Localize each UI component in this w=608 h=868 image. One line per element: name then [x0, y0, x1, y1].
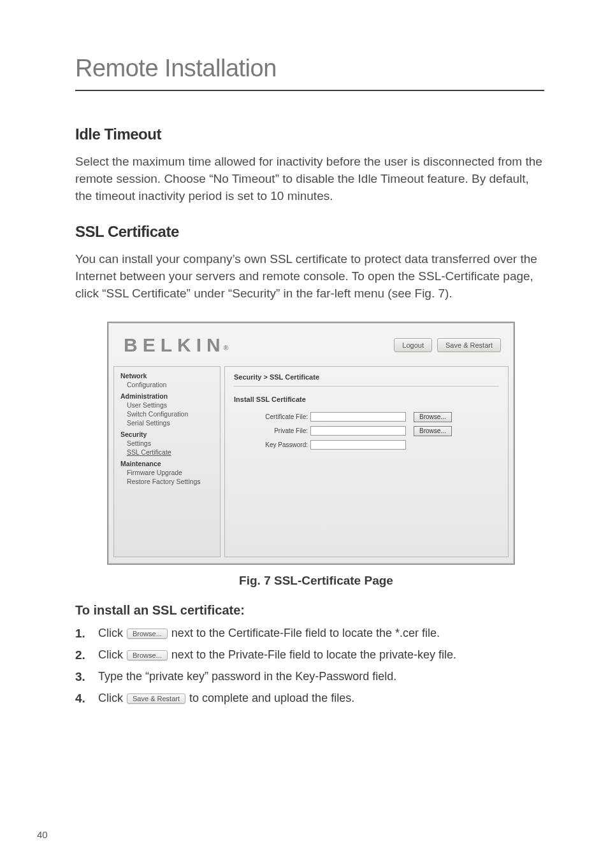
main-panel: Security > SSL Certificate Install SSL C… — [224, 366, 509, 557]
browse-private-button[interactable]: Browse... — [414, 426, 452, 436]
chapter-title: Remote Installation — [75, 55, 544, 82]
figure-caption: Fig. 7 SSL-Certificate Page — [107, 574, 525, 588]
step-3-text: Type the “private key” password in the K… — [98, 670, 396, 683]
section-idle-timeout-body: Select the maximum time allowed for inac… — [75, 153, 544, 205]
step-4-text: Click Save & Restart to complete and upl… — [98, 692, 354, 705]
step-4: 4. Click Save & Restart to complete and … — [75, 692, 544, 706]
sidebar-item-user-settings[interactable]: User Settings — [127, 401, 214, 409]
save-restart-button[interactable]: Save & Restart — [437, 338, 501, 352]
row-key-password: Key Password: — [234, 440, 499, 450]
browse-certificate-button[interactable]: Browse... — [414, 412, 452, 422]
screenshot-frame: BELKIN® Logout Save & Restart Network Co… — [107, 322, 515, 565]
breadcrumb: Security > SSL Certificate — [234, 373, 499, 381]
label-certificate-file: Certificate File: — [234, 413, 310, 420]
sidebar-item-ssl-certificate[interactable]: SSL Certificate — [127, 448, 214, 456]
step-3-pre: Type the “private key” password in the K… — [98, 670, 396, 683]
screenshot-body: Network Configuration Administration Use… — [108, 366, 514, 564]
section-ssl-cert-heading: SSL Certificate — [75, 223, 544, 241]
section-idle-timeout-heading: Idle Timeout — [75, 125, 544, 143]
step-2-post: next to the Private-File field to locate… — [171, 648, 456, 662]
sidebar-item-configuration[interactable]: Configuration — [127, 381, 214, 388]
step-1-number: 1. — [75, 627, 98, 641]
step-4-post: to complete and upload the files. — [189, 692, 354, 705]
sidebar-item-serial-settings[interactable]: Serial Settings — [127, 419, 214, 427]
page-number: 40 — [37, 829, 48, 840]
screenshot-header: BELKIN® Logout Save & Restart — [108, 323, 514, 366]
step-1-pre: Click — [98, 627, 123, 640]
input-certificate-file[interactable] — [310, 412, 406, 422]
step-4-pre: Click — [98, 692, 123, 705]
sidebar-item-firmware-upgrade[interactable]: Firmware Upgrade — [127, 469, 214, 476]
sidebar-item-switch-configuration[interactable]: Switch Configuration — [127, 410, 214, 418]
logo-registered-icon: ® — [224, 345, 228, 352]
step-2-text: Click Browse... next to the Private-File… — [98, 648, 456, 662]
browse-button-inline: Browse... — [127, 629, 168, 639]
sidebar: Network Configuration Administration Use… — [113, 366, 221, 557]
figure-7: BELKIN® Logout Save & Restart Network Co… — [107, 322, 525, 588]
step-3: 3. Type the “private key” password in th… — [75, 670, 544, 684]
sidebar-group-maintenance[interactable]: Maintenance — [120, 460, 214, 467]
sidebar-group-network[interactable]: Network — [120, 372, 214, 380]
step-1-post: next to the Certificate-File field to lo… — [171, 627, 440, 640]
input-key-password[interactable] — [310, 440, 406, 450]
label-private-file: Private File: — [234, 427, 310, 434]
sidebar-item-settings[interactable]: Settings — [127, 439, 214, 447]
sidebar-group-security[interactable]: Security — [120, 430, 214, 438]
install-steps: 1. Click Browse... next to the Certifica… — [75, 627, 544, 706]
step-4-number: 4. — [75, 692, 98, 706]
step-1: 1. Click Browse... next to the Certifica… — [75, 627, 544, 641]
sidebar-item-restore-factory[interactable]: Restore Factory Settings — [127, 478, 214, 485]
step-2: 2. Click Browse... next to the Private-F… — [75, 648, 544, 662]
logout-button[interactable]: Logout — [394, 338, 432, 352]
header-buttons: Logout Save & Restart — [394, 338, 501, 352]
save-restart-button-inline: Save & Restart — [127, 694, 185, 704]
step-3-number: 3. — [75, 670, 98, 684]
step-2-number: 2. — [75, 648, 98, 662]
step-1-text: Click Browse... next to the Certificate-… — [98, 627, 440, 640]
browse-button-inline: Browse... — [127, 650, 168, 660]
chapter-rule — [75, 90, 544, 91]
label-key-password: Key Password: — [234, 441, 310, 448]
belkin-logo: BELKIN® — [124, 334, 228, 356]
input-private-file[interactable] — [310, 426, 406, 436]
form-title: Install SSL Certificate — [234, 395, 499, 403]
sidebar-group-administration[interactable]: Administration — [120, 392, 214, 400]
row-private-file: Private File: Browse... — [234, 426, 499, 436]
breadcrumb-rule — [234, 386, 499, 387]
step-2-pre: Click — [98, 648, 123, 662]
install-heading: To install an SSL certificate: — [75, 603, 544, 618]
logo-text: BELKIN — [124, 334, 226, 355]
section-ssl-cert-body: You can install your company’s own SSL c… — [75, 251, 544, 302]
row-certificate-file: Certificate File: Browse... — [234, 412, 499, 422]
